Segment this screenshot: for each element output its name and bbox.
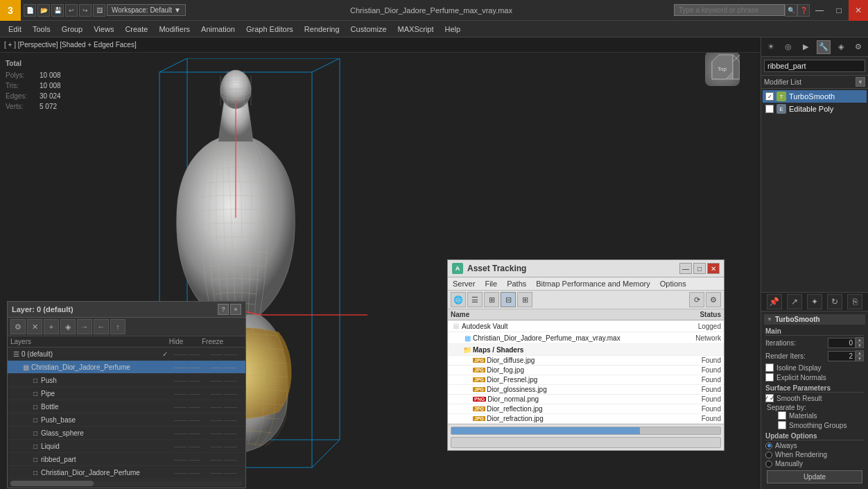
- layer-row-pipe[interactable]: □ Pipe —— —— —— ——: [8, 387, 245, 400]
- asset-row-normal[interactable]: PNG Dior_normal.png Found: [448, 395, 724, 404]
- redo-icon[interactable]: ↪: [79, 4, 92, 17]
- always-radio[interactable]: [765, 443, 772, 449]
- manually-radio[interactable]: [765, 461, 772, 467]
- layer-scrollbar[interactable]: [10, 481, 243, 486]
- tab-display[interactable]: ☀: [764, 40, 778, 54]
- asset-row-fresnel[interactable]: JPG Dior_Fresnel.jpg Found: [448, 375, 724, 385]
- layer-help-button[interactable]: ?: [218, 304, 229, 315]
- menu-views[interactable]: Views: [88, 24, 119, 35]
- workspace-selector[interactable]: Workspace: Default ▼: [107, 4, 186, 16]
- layer-tool-select-by-layer[interactable]: ◈: [60, 319, 76, 334]
- asset-close-button[interactable]: ✕: [707, 263, 720, 274]
- render-iters-input[interactable]: [828, 351, 856, 361]
- menu-modifiers[interactable]: Modifiers: [153, 24, 196, 35]
- object-name-input[interactable]: [764, 60, 865, 72]
- layer-row-jadore-2[interactable]: □ Christian_Dior_Jadore_Perfume —— —— ——…: [8, 466, 245, 479]
- smoothing-groups-checkbox[interactable]: [778, 421, 786, 429]
- menu-group[interactable]: Group: [56, 24, 89, 35]
- viewport-cube[interactable]: Top: [705, 51, 747, 93]
- asset-tool-table-large[interactable]: ⊞: [517, 292, 532, 307]
- layer-tool-settings[interactable]: ⚙: [10, 319, 26, 334]
- new-icon[interactable]: 📄: [24, 4, 36, 17]
- menu-graph-editors[interactable]: Graph Editors: [241, 24, 299, 35]
- save-icon[interactable]: 💾: [51, 4, 64, 17]
- turbosmooth-checkbox[interactable]: ✓: [765, 92, 774, 101]
- menu-create[interactable]: Create: [119, 24, 153, 35]
- asset-menu-file[interactable]: File: [483, 279, 499, 289]
- tab-hierarchy[interactable]: ◈: [834, 40, 848, 54]
- asset-row-vault[interactable]: 🏛 Autodesk Vault Logged: [448, 320, 724, 332]
- explicit-normals-checkbox[interactable]: [765, 373, 774, 381]
- modifier-list-dropdown[interactable]: ▼: [856, 77, 865, 87]
- menu-customize[interactable]: Customize: [345, 24, 392, 35]
- iterations-up[interactable]: ▲: [856, 337, 864, 343]
- asset-row-reflection[interactable]: JPG Dior_reflection.jpg Found: [448, 404, 724, 414]
- asset-menu-options[interactable]: Options: [658, 279, 688, 289]
- asset-tool-settings[interactable]: ⚙: [706, 292, 721, 307]
- minimize-button[interactable]: —: [810, 0, 829, 21]
- asset-row-fog[interactable]: JPG Dior_fog.jpg Found: [448, 366, 724, 375]
- asset-maximize-button[interactable]: □: [693, 263, 706, 274]
- layer-row-bottle[interactable]: □ Bottle —— —— —— ——: [8, 400, 245, 413]
- undo-icon[interactable]: ↩: [65, 4, 78, 17]
- layer-row-push[interactable]: □ Push —— —— —— ——: [8, 374, 245, 387]
- layer-scroll-thumb[interactable]: [10, 481, 94, 486]
- asset-tool-refresh[interactable]: ⟳: [689, 292, 704, 307]
- menu-tools[interactable]: Tools: [27, 24, 56, 35]
- open-icon[interactable]: 📂: [37, 4, 50, 17]
- editable-poly-checkbox[interactable]: [765, 105, 774, 113]
- layer-row-liquid[interactable]: □ Liquid —— —— —— ——: [8, 440, 245, 453]
- isoline-checkbox[interactable]: [765, 363, 774, 372]
- menu-maxscript[interactable]: MAXScript: [392, 24, 440, 35]
- asset-menu-bitmap[interactable]: Bitmap Performance and Memory: [534, 279, 652, 289]
- asset-row-diffuse[interactable]: JPG Dior_diffuse.jpg Found: [448, 356, 724, 366]
- iterations-down[interactable]: ▼: [856, 343, 864, 348]
- layer-tool-move-to-layer[interactable]: →: [77, 319, 92, 334]
- update-button[interactable]: Update: [767, 470, 862, 483]
- asset-row-maps-folder[interactable]: 📁 Maps / Shaders: [448, 344, 724, 356]
- tab-render[interactable]: ◎: [781, 40, 795, 54]
- asset-menu-paths[interactable]: Paths: [505, 279, 528, 289]
- modifier-turbosmooth[interactable]: ✓ T TurboSmooth: [763, 90, 867, 103]
- maximize-button[interactable]: □: [829, 0, 849, 21]
- when-rendering-radio[interactable]: [765, 452, 772, 458]
- menu-help[interactable]: Help: [440, 24, 467, 35]
- asset-row-glossiness[interactable]: JPG Dior_glossiness.jpg Found: [448, 385, 724, 395]
- tab-motion[interactable]: ▶: [799, 40, 813, 54]
- close-button[interactable]: ✕: [849, 0, 868, 21]
- asset-minimize-button[interactable]: —: [679, 263, 692, 274]
- layer-tool-move-from-layer[interactable]: ←: [94, 319, 109, 334]
- menu-edit[interactable]: Edit: [3, 24, 27, 35]
- layer-tool-add[interactable]: +: [44, 319, 59, 334]
- materials-checkbox[interactable]: [778, 411, 786, 420]
- search-icon[interactable]: 🔍: [785, 4, 797, 17]
- asset-tool-grid-small[interactable]: ⊞: [484, 292, 499, 307]
- asset-tool-globe[interactable]: 🌐: [451, 292, 466, 307]
- tab-modifier[interactable]: 🔧: [817, 40, 831, 54]
- iterations-input[interactable]: [828, 338, 856, 348]
- layer-close-button[interactable]: ×: [230, 304, 241, 315]
- viewport[interactable]: [ + ] [Perspective] [Shaded + Edged Face…: [0, 37, 761, 489]
- mod-tool-pin[interactable]: 📌: [767, 294, 782, 309]
- modifier-editable-poly[interactable]: E Editable Poly: [763, 103, 867, 115]
- smooth-result-checkbox[interactable]: ✓: [765, 394, 774, 402]
- render-iters-down[interactable]: ▼: [856, 356, 864, 361]
- asset-row-max-file[interactable]: ▦ Christian_Dior_Jadore_Perfume_max_vray…: [448, 332, 724, 344]
- asset-row-refraction[interactable]: JPG Dior_refraction.jpg Found: [448, 414, 724, 424]
- mod-tool-move[interactable]: ✦: [807, 294, 822, 309]
- layer-tool-move-up[interactable]: ↑: [110, 319, 125, 334]
- layer-row-ribbed[interactable]: □ ribbed_part —— —— —— ——: [8, 453, 245, 466]
- mod-tool-select[interactable]: ↗: [787, 294, 802, 309]
- menu-rendering[interactable]: Rendering: [299, 24, 345, 35]
- asset-tool-list[interactable]: ☰: [467, 292, 483, 307]
- menu-animation[interactable]: Animation: [196, 24, 241, 35]
- layer-row-glass[interactable]: □ Glass_sphere —— —— —— ——: [8, 427, 245, 440]
- mod-tool-copy[interactable]: ⎘: [847, 294, 862, 309]
- layer-row-default[interactable]: ☰ 0 (default) ✓ —— —— —— ——: [8, 348, 245, 361]
- help-icon[interactable]: ❓: [797, 4, 810, 17]
- mod-tool-rotate[interactable]: ↻: [827, 294, 842, 309]
- asset-tool-table-small[interactable]: ⊟: [501, 292, 516, 307]
- thumb-icon[interactable]: 🖼: [93, 4, 105, 17]
- tab-utility[interactable]: ⚙: [851, 40, 865, 54]
- asset-menu-server[interactable]: Server: [451, 279, 477, 289]
